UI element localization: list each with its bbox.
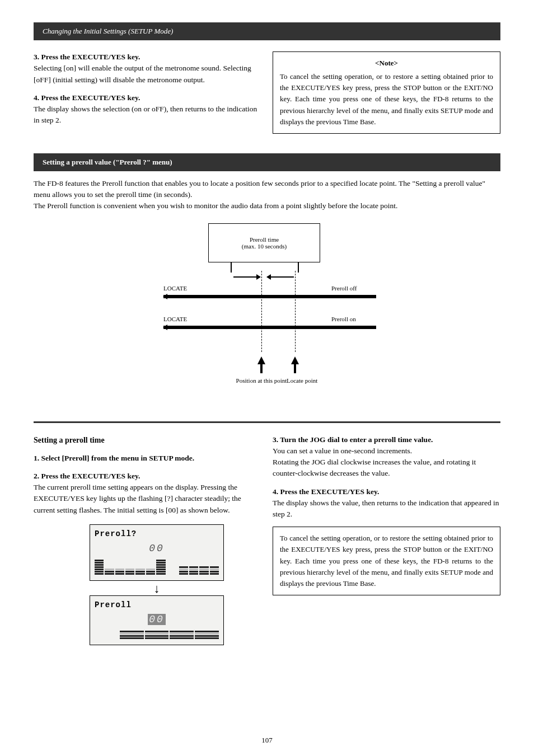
locate-point-label: Locate point <box>287 377 317 384</box>
section-header-preroll: Setting a preroll value ("Preroll ?" men… <box>34 153 500 171</box>
page-number: 107 <box>0 736 534 745</box>
preroll-off-label: Preroll off <box>331 285 357 292</box>
lcd-display-group: Preroll? 00 <box>90 524 224 645</box>
divider <box>34 421 500 423</box>
sub-heading: Setting a preroll time <box>34 434 261 446</box>
down-arrow-icon: ↓ <box>90 585 224 592</box>
note-body-2: To cancel the setting operation, or to r… <box>280 534 493 588</box>
note-box-2: To cancel the setting operation, or to r… <box>273 527 500 595</box>
note-title: <Note> <box>280 58 493 69</box>
step2-body: The current preroll time setting appears… <box>34 483 241 514</box>
step4-head: 4. Press the EXECUTE/YES key. <box>34 93 140 102</box>
section-title: Setting a preroll value ("Preroll ?" men… <box>43 158 172 166</box>
section-setting-preroll: Setting a preroll time 1. Select [Prerol… <box>34 434 500 650</box>
lcd1-title: Preroll? <box>95 528 219 540</box>
note-body: To cancel the setting operation, or to r… <box>280 72 493 126</box>
diagram-preroll-time-box: Preroll time (max. 10 seconds) <box>208 223 320 262</box>
left-column: 3. Press the EXECUTE/YES key. Selecting … <box>34 51 261 134</box>
step3-head-2: 3. Turn the JOG dial to enter a preroll … <box>273 435 433 444</box>
level-meter-icon <box>95 560 219 575</box>
preroll-on-label: Preroll on <box>331 316 356 322</box>
step4-body: The display shows the selection (on or o… <box>34 105 257 124</box>
locate-label-2: LOCATE <box>163 316 187 322</box>
locate-label-1: LOCATE <box>163 285 187 292</box>
step1-head: 1. Select [Preroll] from the menu in SET… <box>34 454 194 462</box>
lcd-display-1: Preroll? 00 <box>90 524 224 581</box>
right-column-2: 3. Turn the JOG dial to enter a preroll … <box>273 434 500 650</box>
lcd2-title: Preroll <box>95 599 219 611</box>
step4-head-2: 4. Press the EXECUTE/YES key. <box>273 487 379 496</box>
step2-head: 2. Press the EXECUTE/YES key. <box>34 472 140 480</box>
step3-body: Selecting [on] will enable the output of… <box>34 64 251 83</box>
step3-body-2: You can set a value in one-second increm… <box>273 447 476 478</box>
level-meter-icon <box>95 631 219 639</box>
up-arrow-icon <box>257 356 265 364</box>
lcd-display-2: Preroll 00 <box>90 595 224 645</box>
lcd1-digits: 00 <box>95 541 219 556</box>
header-text: Changing the Initial Settings (SETUP Mod… <box>43 27 173 35</box>
page-header: Changing the Initial Settings (SETUP Mod… <box>34 22 500 40</box>
preroll-diagram: Preroll time (max. 10 seconds) LOCATE Pr… <box>34 223 500 405</box>
left-column-2: Setting a preroll time 1. Select [Prerol… <box>34 434 261 650</box>
lcd2-digits: 00 <box>95 612 219 627</box>
step4-body-2: The display shows the value, then return… <box>273 499 499 518</box>
right-column: <Note> To cancel the setting operation, … <box>273 51 500 134</box>
section-metronome-continuation: 3. Press the EXECUTE/YES key. Selecting … <box>34 51 500 134</box>
step3-head: 3. Press the EXECUTE/YES key. <box>34 53 140 61</box>
note-box: <Note> To cancel the setting operation, … <box>273 51 500 134</box>
up-arrow-icon <box>291 356 299 364</box>
preroll-intro: The FD-8 features the Preroll function t… <box>34 178 500 212</box>
